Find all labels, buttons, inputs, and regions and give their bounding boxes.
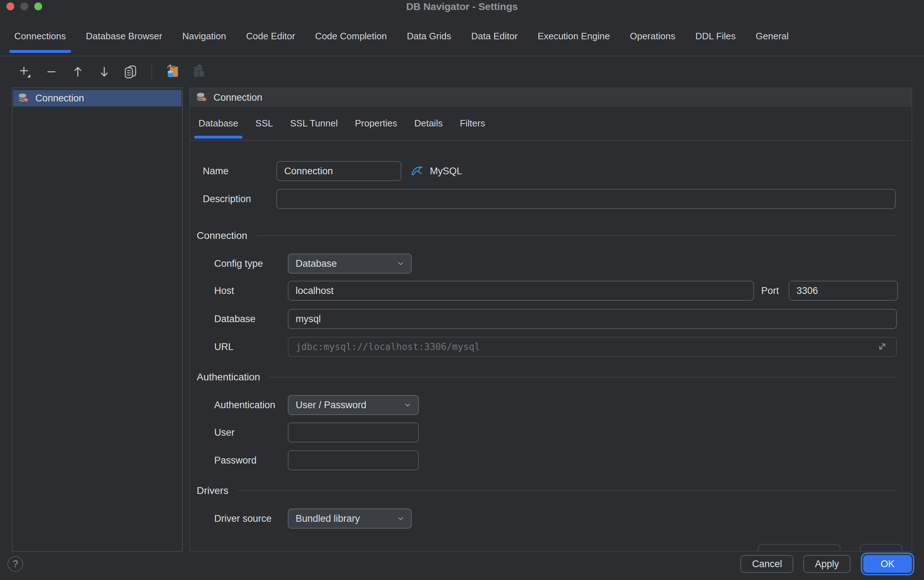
name-label: Name [203,166,229,177]
add-icon [18,64,33,79]
description-label: Description [203,194,251,204]
paste-from-clipboard-icon [191,64,207,80]
chevron-down-icon [404,401,412,409]
titlebar: DB Navigator - Settings [0,0,924,16]
user-input[interactable] [288,422,419,443]
mysql-dolphin-icon [411,165,425,177]
authentication-dropdown[interactable]: User / Password [288,395,419,415]
duplicate-icon [123,64,138,80]
arrow-down-icon [97,64,112,79]
add-connection-button[interactable] [17,64,33,80]
name-input[interactable] [276,161,401,181]
tab-database-browser[interactable]: Database Browser [81,16,168,56]
database-label: Database [214,313,256,325]
engine-indicator: MySQL [411,165,462,177]
connection-list-item-label: Connection [35,93,84,104]
partial-button-right[interactable] [860,544,902,552]
database-connection-icon [18,92,30,104]
connection-list-item[interactable]: Connection [13,90,181,106]
copy-connection-to-clipboard-button[interactable] [165,64,181,80]
copy-to-clipboard-icon [165,64,181,80]
move-down-button[interactable] [96,64,112,80]
remove-icon [44,64,59,79]
apply-button[interactable]: Apply [803,555,850,573]
driver-source-label: Driver source [214,513,272,524]
paste-connection-from-clipboard-button[interactable] [191,64,207,80]
authentication-value: User / Password [296,400,366,411]
url-label: URL [214,341,233,353]
settings-dialog: DB Navigator - Settings Connections Data… [0,0,924,580]
remove-connection-button[interactable] [44,64,59,80]
tab-code-completion[interactable]: Code Completion [310,16,392,56]
tab-ddl-files[interactable]: DDL Files [690,16,740,56]
url-input [288,337,897,357]
tab-operations[interactable]: Operations [625,16,680,56]
port-label: Port [761,285,779,297]
section-divider [269,377,897,377]
authentication-label: Authentication [214,400,275,411]
cancel-button[interactable]: Cancel [740,555,793,573]
config-type-dropdown[interactable]: Database [288,254,412,274]
database-input[interactable] [288,309,897,329]
config-type-label: Config type [214,258,263,269]
move-up-button[interactable] [70,64,85,80]
tab-execution-engine[interactable]: Execution Engine [533,16,615,56]
config-type-value: Database [296,258,337,269]
engine-label: MySQL [430,166,462,177]
ok-button[interactable]: OK [863,555,912,573]
tab-connections[interactable]: Connections [9,16,71,56]
arrow-up-icon [70,64,85,79]
port-input[interactable] [789,281,898,301]
user-label: User [214,427,235,438]
authentication-section-header: Authentication [197,371,897,384]
settings-tab-bar: Connections Database Browser Navigation … [0,16,924,56]
chevron-down-icon [397,515,404,522]
host-input[interactable] [288,281,754,301]
connections-toolbar [0,56,924,87]
tab-general[interactable]: General [751,16,794,56]
driver-source-value: Bundled library [296,513,360,524]
window-title: DB Navigator - Settings [0,1,924,13]
dialog-buttons: Cancel Apply OK [740,555,912,573]
expand-icon [877,341,888,352]
connections-list: Connection [12,87,183,552]
description-input[interactable] [276,189,896,209]
partial-button-left[interactable] [758,544,840,552]
section-divider [257,236,897,236]
toolbar-separator [151,64,152,79]
host-label: Host [214,285,234,297]
tab-data-grids[interactable]: Data Grids [402,16,456,56]
url-expand-button[interactable] [877,341,888,352]
connection-detail-panel: Connection Database SSL SSL Tunnel Prope… [189,87,912,552]
section-divider [238,490,897,491]
driver-source-dropdown[interactable]: Bundled library [288,509,412,529]
help-question-icon: ? [13,559,18,570]
duplicate-connection-button[interactable] [123,64,138,80]
tab-navigation[interactable]: Navigation [177,16,231,56]
tab-code-editor[interactable]: Code Editor [241,16,300,56]
chevron-down-icon [397,260,404,267]
password-label: Password [214,455,257,466]
database-settings-form: Name MySQL Description [190,88,911,551]
help-button[interactable]: ? [8,556,23,572]
connection-section-header: Connection [197,229,897,242]
password-input[interactable] [288,450,419,470]
drivers-section-header: Drivers [197,484,897,497]
tab-data-editor[interactable]: Data Editor [466,16,523,56]
